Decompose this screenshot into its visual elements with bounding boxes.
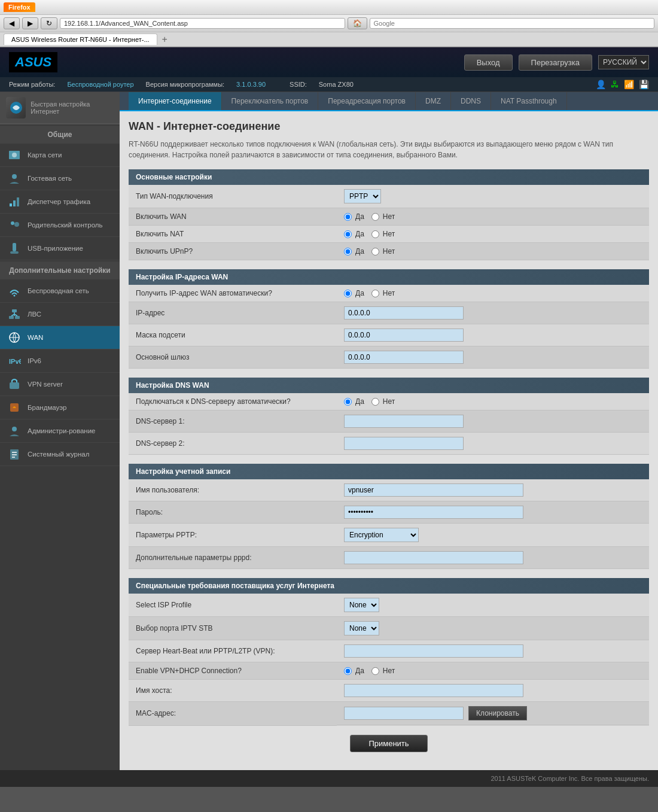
browser-tab[interactable]: ASUS Wireless Router RT-N66U - Интернет-… — [4, 34, 157, 45]
page-title: WAN - Интернет-соединение — [129, 120, 649, 133]
table-row: Пароль: — [129, 501, 649, 524]
auto-ip-yes-radio[interactable] — [344, 290, 352, 297]
firmware-value[interactable]: 3.1.0.3.90 — [236, 81, 266, 88]
firmware-label: Версия микропрограммы: — [146, 81, 225, 88]
section-account: Настройка учетной записи Имя пользовател… — [129, 464, 649, 569]
upnp-no-radio[interactable] — [371, 248, 379, 256]
nat-yes-radio[interactable] — [344, 230, 352, 238]
sidebar-item-parental[interactable]: Родительский контроль — [0, 214, 120, 237]
footer: 2011 ASUSTeK Computer Inc. Все права защ… — [0, 770, 658, 787]
svg-rect-13 — [9, 316, 14, 319]
sidebar-item-usb[interactable]: USB-приложение — [0, 237, 120, 260]
forward-button[interactable]: ▶ — [22, 17, 38, 29]
back-button[interactable]: ◀ — [4, 17, 20, 29]
apply-button[interactable]: Применить — [350, 735, 427, 752]
sidebar-item-syslog[interactable]: Системный журнал — [0, 443, 120, 466]
parental-icon — [6, 218, 23, 232]
wan-enable-value: Да Нет — [337, 208, 649, 226]
exit-button[interactable]: Выход — [464, 54, 513, 71]
wan-enable-no-radio[interactable] — [371, 213, 379, 221]
sidebar-item-admin[interactable]: Администри-рование — [0, 419, 120, 443]
vpn-dhcp-value: Да Нет — [337, 662, 649, 680]
tab-nat[interactable]: NAT Passthrough — [491, 92, 567, 110]
guest-icon — [6, 171, 23, 185]
pppd-input[interactable] — [344, 551, 523, 564]
table-row: Параметры PPTP: Encryption MPPE Encrypti… — [129, 524, 649, 547]
browser-nav: ◀ ▶ ↻ 🏠 — [0, 15, 658, 32]
sidebar-label-usb: USB-приложение — [28, 245, 83, 252]
reboot-button[interactable]: Перезагрузка — [519, 54, 592, 71]
sidebar-item-vpn[interactable]: VPN server — [0, 373, 120, 396]
wan-enable-yes-radio[interactable] — [344, 213, 352, 221]
new-tab-button[interactable]: + — [162, 34, 167, 45]
pptp-params-select[interactable]: Encryption MPPE Encryption — [344, 528, 419, 542]
password-input[interactable] — [344, 506, 523, 519]
vpn-dhcp-label: Enable VPN+DHCP Connection? — [129, 662, 337, 680]
content-area: Быстрая настройка Интернет Общие Карта с… — [0, 92, 658, 770]
table-row: DNS-сервер 2: — [129, 433, 649, 455]
sidebar-item-lan[interactable]: ЛВС — [0, 303, 120, 326]
tab-wan-connection[interactable]: Интернет-соединение — [129, 92, 222, 110]
auto-dns-no-radio[interactable] — [371, 398, 379, 406]
table-row: MAC-адрес: Клонировать — [129, 702, 649, 726]
isp-profile-select[interactable]: None — [344, 598, 379, 612]
auto-dns-no-label: Нет — [371, 397, 395, 406]
sidebar-item-guest[interactable]: Гостевая сеть — [0, 167, 120, 190]
iptv-select[interactable]: None — [344, 621, 379, 635]
mac-value: Клонировать — [337, 702, 649, 725]
ip-address-input[interactable] — [344, 306, 464, 320]
wan-enable-label: Включить WAN — [129, 208, 337, 226]
dns1-value — [337, 410, 649, 433]
tab-dmz[interactable]: DMZ — [416, 92, 451, 110]
auto-dns-yes-radio[interactable] — [344, 398, 352, 406]
upnp-yes-label: Да — [344, 247, 364, 256]
table-row: Дополнительные параметры pppd: — [129, 547, 649, 569]
tab-ddns[interactable]: DDNS — [451, 92, 491, 110]
vpn-dhcp-yes-radio[interactable] — [344, 667, 352, 675]
sidebar-label-firewall: Брандмауэр — [28, 404, 66, 411]
basic-settings-table: Тип WAN-подключения PPTP Включить WAN — [129, 185, 649, 260]
home-button[interactable]: 🏠 — [348, 17, 367, 29]
sidebar-item-map[interactable]: Карта сети — [0, 144, 120, 167]
sidebar-item-traffic[interactable]: Диспетчер трафика — [0, 190, 120, 214]
hostname-input[interactable] — [344, 684, 523, 697]
subnet-mask-input[interactable] — [344, 329, 464, 342]
pptp-params-label: Параметры PPTP: — [129, 524, 337, 547]
clone-button[interactable]: Клонировать — [468, 706, 527, 720]
refresh-button[interactable]: ↻ — [41, 17, 57, 29]
dns2-input[interactable] — [344, 437, 464, 450]
sidebar-item-firewall[interactable]: Брандмауэр — [0, 396, 120, 419]
heartbeat-input[interactable] — [344, 644, 523, 658]
nat-enable-label: Включить NAT — [129, 226, 337, 243]
username-input[interactable] — [344, 483, 523, 497]
nat-no-radio[interactable] — [371, 230, 379, 238]
ipv6-icon: IPv6 — [6, 354, 23, 368]
dns1-input[interactable] — [344, 415, 464, 428]
status-icons: 👤 🖧 📶 💾 — [596, 80, 649, 89]
vpn-dhcp-no-radio[interactable] — [371, 667, 379, 675]
sidebar-item-wan[interactable]: WAN — [0, 326, 120, 349]
sidebar-item-wireless[interactable]: Беспроводная сеть — [0, 279, 120, 303]
tab-port-forward[interactable]: Переадресация портов — [318, 92, 416, 110]
search-input[interactable] — [370, 18, 655, 29]
auto-ip-value: Да Нет — [337, 285, 649, 302]
isp-profile-value: None — [337, 594, 649, 617]
language-select[interactable]: РУССКИЙ — [598, 55, 649, 69]
mac-input[interactable] — [344, 707, 464, 720]
address-bar[interactable] — [60, 18, 345, 29]
sidebar-item-ipv6[interactable]: IPv6 IPv6 — [0, 349, 120, 373]
upnp-yes-radio[interactable] — [344, 248, 352, 256]
mode-value[interactable]: Беспроводной роутер — [67, 81, 133, 88]
no-text2: Нет — [383, 230, 395, 238]
no-text: Нет — [383, 212, 395, 221]
wan-icon — [6, 330, 23, 345]
tab-port-switch[interactable]: Переключатель портов — [222, 92, 319, 110]
sidebar-label-admin: Администри-рование — [28, 427, 96, 434]
status-bar: Режим работы: Беспроводной роутер Версия… — [0, 77, 658, 92]
quick-setup-item[interactable]: Быстрая настройка Интернет — [0, 92, 120, 124]
table-row: Включить UPnP? Да Нет — [129, 243, 649, 260]
wan-type-select[interactable]: PPTP — [344, 189, 381, 203]
yes-text3: Да — [355, 247, 364, 256]
gateway-input[interactable] — [344, 351, 464, 364]
auto-ip-no-radio[interactable] — [371, 290, 379, 297]
